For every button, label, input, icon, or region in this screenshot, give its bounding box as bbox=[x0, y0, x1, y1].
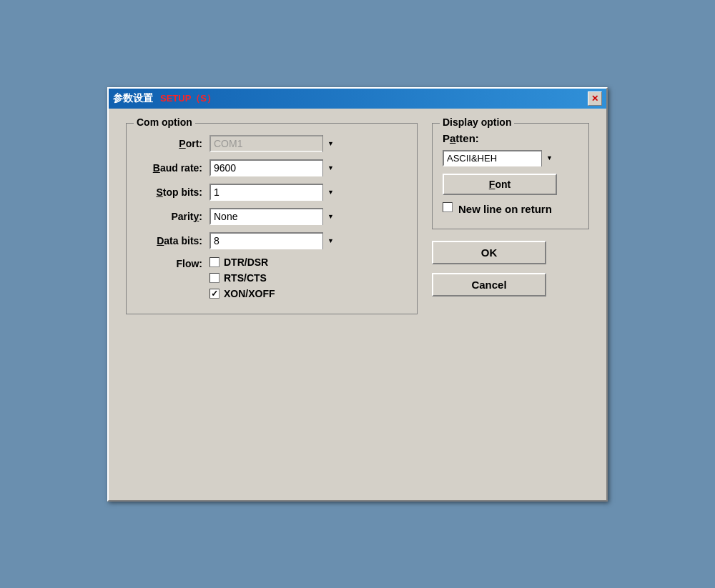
baud-rate-select-wrapper: 9600 4800 2400 1200 19200 38400 57600 11… bbox=[209, 159, 338, 176]
flow-label: Flow: bbox=[138, 256, 202, 269]
data-bits-label: Data bits: bbox=[138, 235, 202, 246]
title-bar-text: 参数设置 SETUP（S） bbox=[113, 92, 216, 105]
new-line-row: New line on return bbox=[443, 202, 578, 216]
dtr-dsr-row: DTR/DSR bbox=[209, 256, 275, 268]
dtr-dsr-checkbox[interactable] bbox=[209, 257, 220, 267]
rts-cts-row: RTS/CTS bbox=[209, 272, 275, 284]
data-bits-select[interactable]: 8 7 6 5 bbox=[209, 232, 338, 249]
font-button[interactable]: Font bbox=[443, 174, 557, 195]
display-option-inner: Display option Patten: ASCII&HEH ASCII H… bbox=[432, 123, 589, 230]
data-bits-row: Data bits: 8 7 6 5 bbox=[138, 232, 405, 249]
bottom-buttons: OK Cancel bbox=[432, 241, 589, 297]
stop-bits-row: Stop bits: 1 1.5 2 bbox=[138, 184, 405, 201]
display-option-group: Display option Patten: ASCII&HEH ASCII H… bbox=[432, 123, 589, 314]
close-button[interactable]: ✕ bbox=[588, 91, 602, 106]
com-option-group: Com option Port: COM1 Baud rate: bbox=[126, 123, 418, 314]
display-option-label: Display option bbox=[440, 116, 514, 128]
baud-rate-select[interactable]: 9600 4800 2400 1200 19200 38400 57600 11… bbox=[209, 159, 338, 176]
port-select[interactable]: COM1 bbox=[209, 135, 338, 152]
port-label: Port: bbox=[138, 138, 202, 149]
baud-rate-label: Baud rate: bbox=[138, 162, 202, 174]
patten-select-wrapper: ASCII&HEH ASCII HEX bbox=[443, 150, 557, 166]
patten-select[interactable]: ASCII&HEH ASCII HEX bbox=[443, 150, 557, 166]
flow-section: Flow: DTR/DSR RTS/CTS XON/XOFF bbox=[138, 256, 405, 299]
cancel-button[interactable]: Cancel bbox=[432, 273, 546, 297]
port-row: Port: COM1 bbox=[138, 135, 405, 152]
com-option-label: Com option bbox=[134, 116, 195, 128]
stop-bits-select[interactable]: 1 1.5 2 bbox=[209, 184, 338, 201]
title-setup: SETUP（S） bbox=[160, 92, 216, 105]
stop-bits-select-wrapper: 1 1.5 2 bbox=[209, 184, 338, 201]
title-chinese: 参数设置 bbox=[113, 92, 153, 105]
patten-label: Patten: bbox=[443, 132, 578, 144]
parity-select[interactable]: None Even Odd Mark Space bbox=[209, 208, 338, 225]
rts-cts-label: RTS/CTS bbox=[224, 272, 267, 284]
new-line-label: New line on return bbox=[458, 202, 552, 216]
baud-rate-row: Baud rate: 9600 4800 2400 1200 19200 384… bbox=[138, 159, 405, 176]
dtr-dsr-label: DTR/DSR bbox=[224, 256, 268, 268]
port-select-wrapper: COM1 bbox=[209, 135, 338, 152]
data-bits-select-wrapper: 8 7 6 5 bbox=[209, 232, 338, 249]
new-line-checkbox[interactable] bbox=[443, 202, 453, 212]
ok-button[interactable]: OK bbox=[432, 241, 546, 264]
xon-xoff-label: XON/XOFF bbox=[224, 288, 275, 299]
xon-xoff-row: XON/XOFF bbox=[209, 288, 275, 299]
dialog-window: 参数设置 SETUP（S） ✕ Com option Port: COM1 bbox=[107, 87, 608, 502]
dialog-body: Com option Port: COM1 Baud rate: bbox=[109, 109, 606, 329]
parity-select-wrapper: None Even Odd Mark Space bbox=[209, 208, 338, 225]
title-bar: 参数设置 SETUP（S） ✕ bbox=[109, 89, 606, 109]
flow-checks: DTR/DSR RTS/CTS XON/XOFF bbox=[209, 256, 275, 299]
rts-cts-checkbox[interactable] bbox=[209, 273, 220, 283]
stop-bits-label: Stop bits: bbox=[138, 186, 202, 198]
parity-row: Parity: None Even Odd Mark Space bbox=[138, 208, 405, 225]
parity-label: Parity: bbox=[138, 211, 202, 222]
xon-xoff-checkbox[interactable] bbox=[209, 289, 220, 299]
